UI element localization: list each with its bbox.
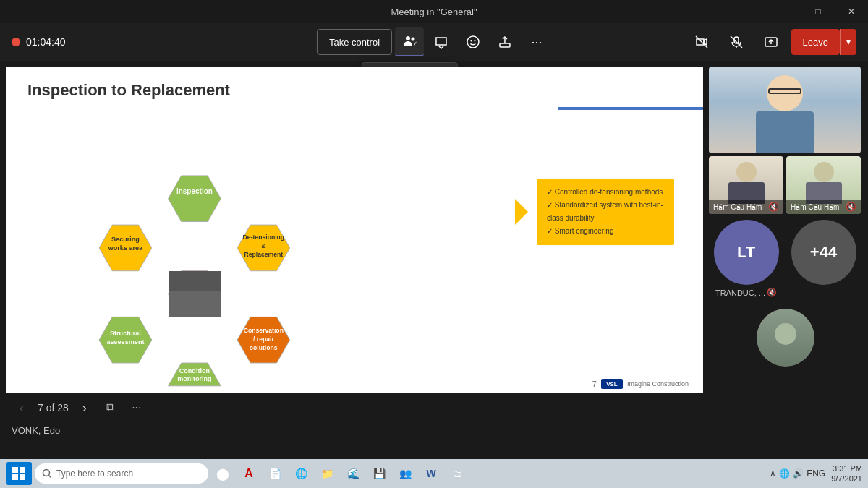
bottom-participant-container bbox=[709, 303, 862, 372]
speaker-glasses bbox=[768, 88, 801, 94]
participant-1-head bbox=[736, 162, 757, 182]
svg-text:&: & bbox=[261, 242, 265, 249]
participant-2-head bbox=[814, 162, 834, 182]
participant-small-1: Hầm Cầu Hầm 🔇 bbox=[709, 156, 783, 214]
svg-text:Conservation: Conservation bbox=[244, 327, 284, 334]
leave-dropdown-button[interactable]: ▾ bbox=[840, 29, 856, 55]
taskbar: Type here to search ⬤ A 📄 🌐 📁 🌊 💾 👥 W 🗂 … bbox=[0, 459, 868, 488]
slide-container: Inspection to Replacement Inspection Sec… bbox=[6, 67, 703, 393]
taskbar-app-1[interactable]: 📄 bbox=[263, 462, 286, 485]
avatar-plus44-container: +44 bbox=[786, 220, 861, 297]
avatar-lt-initials: LT bbox=[737, 243, 755, 262]
camera-off-button[interactable] bbox=[687, 27, 716, 56]
slide-area: Inspection to Replacement Inspection Sec… bbox=[0, 61, 709, 442]
title-bar: Meeting in "General" — □ ✕ bbox=[0, 0, 868, 23]
bullet-section: ✓ Controlled de-tensioning methods ✓ Sta… bbox=[515, 179, 674, 245]
slide-title: Inspection to Replacement bbox=[27, 81, 681, 100]
svg-rect-35 bbox=[20, 467, 25, 473]
taskbar-app-5[interactable]: 🗂 bbox=[446, 462, 469, 485]
toolbar-center: Take control Show participants bbox=[317, 27, 551, 56]
window-title: Meeting in "General" bbox=[391, 7, 477, 17]
slide-navigation: ‹ 7 of 28 › ⧉ ··· bbox=[6, 393, 709, 422]
slide-accent-bar bbox=[558, 107, 703, 110]
avatar-lt-container: LT TRANDUC, ... 🔇 bbox=[709, 220, 783, 297]
taskbar-teams[interactable]: 👥 bbox=[393, 462, 417, 485]
taskbar-edge[interactable]: 🌊 bbox=[341, 462, 365, 485]
slide-footer: 7 VSL Imagine Construction bbox=[592, 379, 689, 389]
svg-text:Inspection: Inspection bbox=[176, 187, 213, 195]
taskbar-app-3[interactable]: 📁 bbox=[315, 462, 339, 485]
recording-indicator bbox=[12, 38, 20, 46]
participant-2-name: Hầm Cầu Hầm bbox=[791, 203, 839, 211]
reactions-button[interactable] bbox=[459, 27, 488, 56]
svg-rect-36 bbox=[12, 474, 18, 480]
hexagon-diagram: Inspection Securing works area De-tensio… bbox=[20, 110, 382, 393]
copy-slide-button[interactable]: ⧉ bbox=[101, 398, 121, 418]
avatar-plus44: +44 bbox=[791, 220, 856, 285]
prev-slide-button[interactable]: ‹ bbox=[12, 398, 32, 418]
main-speaker-video bbox=[709, 67, 861, 153]
avatar-lt: LT bbox=[714, 220, 779, 285]
svg-point-1 bbox=[412, 38, 415, 41]
call-timer: 01:04:40 bbox=[26, 36, 66, 48]
main-content: Inspection to Replacement Inspection Sec… bbox=[0, 61, 868, 442]
participants-button[interactable] bbox=[395, 27, 424, 56]
participant-2-label-bar: Hầm Cầu Hầm 🔇 bbox=[786, 200, 861, 214]
taskbar-word[interactable]: W bbox=[420, 462, 443, 485]
mute-button[interactable] bbox=[722, 27, 751, 56]
speaker-label: VONK, Edo bbox=[6, 422, 709, 442]
minimize-button[interactable]: — bbox=[768, 0, 801, 23]
svg-rect-37 bbox=[20, 474, 25, 480]
leave-button[interactable]: Leave bbox=[791, 29, 840, 55]
bottom-participant-photo bbox=[757, 309, 814, 367]
participant-small-2: Hầm Cầu Hầm 🔇 bbox=[786, 156, 861, 214]
language-label: ENG bbox=[807, 468, 825, 479]
next-slide-button[interactable]: › bbox=[75, 398, 95, 418]
share-button[interactable] bbox=[490, 27, 519, 56]
window-controls: — □ ✕ bbox=[768, 0, 868, 23]
take-control-button[interactable]: Take control bbox=[317, 29, 392, 55]
avatar-lt-name: TRANDUC, ... 🔇 bbox=[715, 288, 777, 297]
maximize-button[interactable]: □ bbox=[801, 0, 835, 23]
svg-text:Condition: Condition bbox=[179, 367, 210, 374]
cortana-icon[interactable]: ⬤ bbox=[211, 462, 234, 485]
svg-text:De-tensioning: De-tensioning bbox=[243, 234, 285, 241]
taskbar-search[interactable]: Type here to search bbox=[35, 463, 208, 484]
svg-text:assessment: assessment bbox=[106, 338, 144, 346]
meeting-toolbar: 01:04:40 Take control Show participants bbox=[0, 23, 868, 61]
bullet-box: ✓ Controlled de-tensioning methods ✓ Sta… bbox=[537, 179, 674, 245]
slide-more-button[interactable]: ··· bbox=[127, 398, 147, 418]
svg-text:works area: works area bbox=[108, 244, 143, 252]
bullet-2: ✓ Standardized system with best-in-class… bbox=[547, 199, 664, 225]
taskbar-app-2[interactable]: 🌐 bbox=[289, 462, 312, 485]
participants-panel: Hầm Cầu Hầm 🔇 Hầm Cầu Hầm 🔇 LT bbox=[709, 61, 868, 442]
logo-tagline: Imagine Construction bbox=[627, 380, 689, 388]
close-button[interactable]: ✕ bbox=[835, 0, 868, 23]
toolbar-right: Leave ▾ bbox=[687, 27, 856, 56]
svg-rect-5 bbox=[500, 43, 510, 47]
start-button[interactable] bbox=[6, 462, 32, 485]
more-options-button[interactable]: ··· bbox=[522, 27, 551, 56]
participant-1-label-bar: Hầm Cầu Hầm 🔇 bbox=[709, 200, 783, 214]
svg-point-0 bbox=[406, 36, 410, 40]
slide-inner: Inspection to Replacement Inspection Sec… bbox=[6, 67, 703, 393]
taskbar-right: ∧ 🌐 🔊 ENG 3:31 PM 9/7/2021 bbox=[767, 463, 862, 484]
svg-text:/ repair: / repair bbox=[253, 335, 274, 343]
slide-count: 7 of 28 bbox=[38, 402, 69, 414]
time-display: 3:31 PM 9/7/2021 bbox=[831, 463, 862, 484]
svg-text:solutions: solutions bbox=[250, 344, 278, 351]
svg-point-4 bbox=[475, 40, 476, 42]
avatar-lt-mute-icon: 🔇 bbox=[767, 288, 777, 297]
chat-button[interactable] bbox=[427, 27, 456, 56]
volume-icon: 🔊 bbox=[793, 468, 804, 479]
tray-expand[interactable]: ∧ bbox=[770, 468, 776, 479]
speaker-shirt bbox=[756, 111, 814, 153]
participant-1-mute-icon: 🔇 bbox=[768, 202, 779, 212]
taskbar-app-4[interactable]: 💾 bbox=[367, 462, 391, 485]
share-screen-button[interactable] bbox=[757, 27, 786, 56]
svg-text:monitoring: monitoring bbox=[177, 375, 211, 382]
svg-line-6 bbox=[696, 36, 707, 48]
small-participants-row: Hầm Cầu Hầm 🔇 Hầm Cầu Hầm 🔇 bbox=[709, 156, 862, 214]
acrobat-icon[interactable]: A bbox=[237, 462, 260, 485]
current-date: 9/7/2021 bbox=[831, 474, 862, 484]
